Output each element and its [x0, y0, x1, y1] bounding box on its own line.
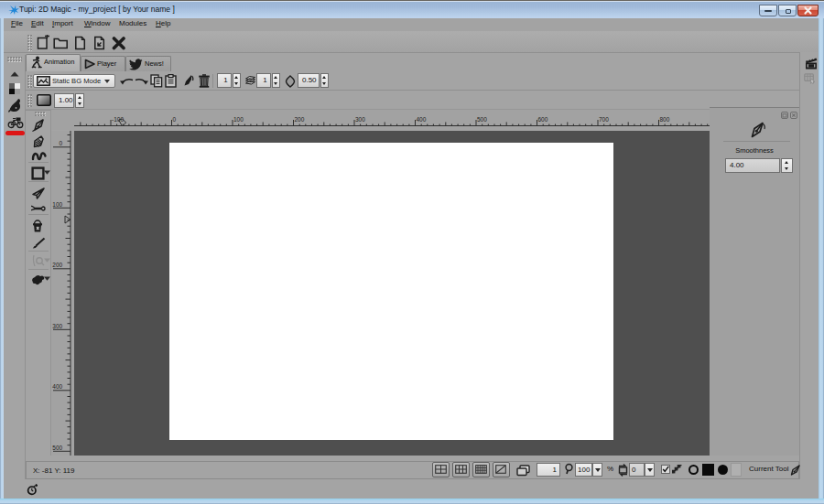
svg-text:500: 500 [477, 116, 487, 123]
svg-text:300: 300 [355, 116, 365, 123]
svg-text:500: 500 [52, 445, 62, 451]
svg-text:200: 200 [52, 262, 62, 268]
svg-text:100: 100 [52, 201, 62, 208]
svg-text:600: 600 [538, 116, 548, 123]
svg-text:400: 400 [417, 116, 427, 123]
svg-text:200: 200 [295, 116, 305, 123]
svg-text:0: 0 [60, 140, 63, 146]
svg-text:0: 0 [173, 116, 177, 123]
svg-text:800: 800 [660, 116, 670, 123]
svg-text:300: 300 [52, 323, 62, 329]
svg-text:400: 400 [52, 383, 62, 390]
svg-text:100: 100 [233, 116, 244, 123]
svg-text:700: 700 [599, 116, 609, 123]
